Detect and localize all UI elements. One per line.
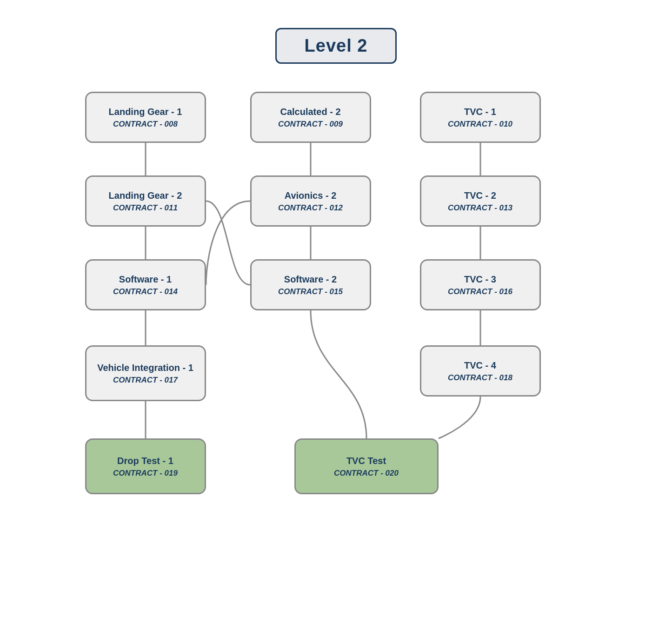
node-sw2-title: Software - 2 bbox=[284, 273, 337, 285]
node-tvc2-title: TVC - 2 bbox=[464, 189, 496, 202]
node-av2-contract: CONTRACT - 012 bbox=[278, 203, 343, 213]
node-tvc-2[interactable]: TVC - 2 CONTRACT - 013 bbox=[420, 175, 541, 227]
node-tvc2-contract: CONTRACT - 013 bbox=[448, 203, 512, 213]
node-tvc4-title: TVC - 4 bbox=[464, 359, 496, 371]
node-landing-gear-2[interactable]: Landing Gear - 2 CONTRACT - 011 bbox=[85, 175, 206, 227]
node-lg2-title: Landing Gear - 2 bbox=[109, 189, 182, 202]
node-tvc-test-title: TVC Test bbox=[346, 455, 386, 467]
node-drop-contract: CONTRACT - 019 bbox=[113, 469, 178, 478]
node-software-2[interactable]: Software - 2 CONTRACT - 015 bbox=[250, 259, 371, 310]
node-tvc3-contract: CONTRACT - 016 bbox=[448, 287, 512, 296]
level-title: Level 2 bbox=[275, 28, 397, 64]
node-tvc4-contract: CONTRACT - 018 bbox=[448, 373, 512, 383]
node-avionics-2[interactable]: Avionics - 2 CONTRACT - 012 bbox=[250, 175, 371, 227]
diagram-area: Landing Gear - 1 CONTRACT - 008 Calculat… bbox=[57, 92, 615, 627]
node-sw1-contract: CONTRACT - 014 bbox=[113, 287, 178, 296]
node-vehicle-integration-1[interactable]: Vehicle Integration - 1 CONTRACT - 017 bbox=[85, 345, 206, 401]
node-tvc-test[interactable]: TVC Test CONTRACT - 020 bbox=[294, 438, 439, 494]
node-calc2-contract: CONTRACT - 009 bbox=[278, 120, 343, 129]
node-tvc-3[interactable]: TVC - 3 CONTRACT - 016 bbox=[420, 259, 541, 310]
node-software-1[interactable]: Software - 1 CONTRACT - 014 bbox=[85, 259, 206, 310]
node-drop-test[interactable]: Drop Test - 1 CONTRACT - 019 bbox=[85, 438, 206, 494]
node-lg1-title: Landing Gear - 1 bbox=[109, 106, 182, 118]
node-lg2-contract: CONTRACT - 011 bbox=[113, 203, 178, 213]
node-drop-title: Drop Test - 1 bbox=[117, 455, 173, 467]
node-tvc1-title: TVC - 1 bbox=[464, 106, 496, 118]
node-calc2-title: Calculated - 2 bbox=[280, 106, 340, 118]
node-tvc-test-contract: CONTRACT - 020 bbox=[334, 469, 399, 478]
node-vi1-contract: CONTRACT - 017 bbox=[113, 376, 178, 385]
node-av2-title: Avionics - 2 bbox=[285, 189, 337, 202]
node-tvc-4[interactable]: TVC - 4 CONTRACT - 018 bbox=[420, 345, 541, 397]
node-tvc-1[interactable]: TVC - 1 CONTRACT - 010 bbox=[420, 92, 541, 143]
node-calculated-2[interactable]: Calculated - 2 CONTRACT - 009 bbox=[250, 92, 371, 143]
node-sw1-title: Software - 1 bbox=[119, 273, 172, 285]
page-container: Level 2 bbox=[0, 0, 672, 639]
node-sw2-contract: CONTRACT - 015 bbox=[278, 287, 343, 296]
node-tvc1-contract: CONTRACT - 010 bbox=[448, 120, 512, 129]
node-vi1-title: Vehicle Integration - 1 bbox=[97, 362, 193, 374]
node-landing-gear-1[interactable]: Landing Gear - 1 CONTRACT - 008 bbox=[85, 92, 206, 143]
node-tvc3-title: TVC - 3 bbox=[464, 273, 496, 285]
node-lg1-contract: CONTRACT - 008 bbox=[113, 120, 178, 129]
